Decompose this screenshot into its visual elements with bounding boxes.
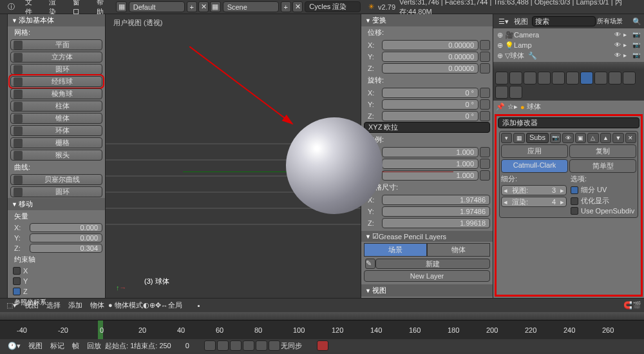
gp-source-tabs[interactable]: 场景物体: [364, 243, 490, 257]
lock-icon[interactable]: [480, 99, 490, 110]
mesh-cube[interactable]: 立方体: [10, 52, 102, 63]
delete-modifier-icon[interactable]: ✕: [625, 133, 636, 143]
timeline[interactable]: -40 -20 0 20 40 60 80 100 120 140 160 18…: [0, 320, 644, 339]
grease-pencil-header[interactable]: ☑ Grease Pencil Layers: [361, 231, 493, 242]
tab-physics-icon[interactable]: [509, 86, 522, 99]
tab-world-icon[interactable]: [538, 72, 551, 84]
shading-icon[interactable]: ◐: [143, 301, 149, 310]
prev-keyframe-icon[interactable]: [217, 340, 229, 351]
add-menu[interactable]: 添加: [64, 300, 86, 310]
show-editmode-icon[interactable]: ▣: [575, 133, 586, 143]
transform-header[interactable]: 变换: [361, 14, 493, 26]
timeline-editor-icon[interactable]: 🕐▾: [4, 342, 24, 350]
loc-x[interactable]: 0.00000: [382, 40, 478, 50]
layout-del-icon[interactable]: ✕: [198, 1, 209, 12]
timeline-marker-menu[interactable]: 标记: [46, 341, 68, 351]
tab-layers-icon[interactable]: [509, 72, 522, 84]
layout-add-icon[interactable]: +: [187, 1, 197, 12]
tab-scene-icon[interactable]: [524, 72, 536, 84]
start-frame-field[interactable]: 起始点: 1: [105, 341, 134, 351]
mesh-circle[interactable]: 圆环: [10, 64, 102, 75]
add-primitive-header[interactable]: 添加基本体: [8, 14, 105, 26]
properties-tabs[interactable]: [493, 70, 644, 101]
add-modifier-select[interactable]: 添加修改器: [498, 117, 639, 128]
timeline-frame-menu[interactable]: 帧: [68, 341, 83, 351]
engine-select[interactable]: Cycles 渲染: [305, 1, 361, 12]
outliner-item-camera[interactable]: ⊕ 🎥 Camera👁▸📷: [497, 30, 640, 40]
editor-type-icon[interactable]: ☰▾: [496, 17, 511, 26]
gp-new-button[interactable]: 新建: [375, 259, 490, 269]
tab-object-icon[interactable]: [552, 72, 565, 84]
mesh-plane[interactable]: 平面: [10, 39, 102, 50]
apply-button[interactable]: 应用: [501, 144, 568, 158]
pivot-icon[interactable]: ⊕: [149, 301, 155, 310]
jump-end-icon[interactable]: [269, 340, 280, 351]
new-layer-button[interactable]: New Layer: [364, 270, 490, 282]
lock-icon[interactable]: [480, 63, 490, 74]
outliner-filter[interactable]: 所有场景: [597, 17, 632, 26]
view-subdiv-field[interactable]: ◂视图:3▸: [501, 185, 567, 195]
tool-tabs[interactable]: [0, 14, 8, 298]
simple-button[interactable]: 简单型: [569, 159, 636, 173]
constraint-z-checkbox[interactable]: [13, 288, 21, 295]
subdiv-uv-checkbox[interactable]: [571, 186, 578, 194]
catmull-clark-button[interactable]: Catmull-Clark: [501, 159, 568, 173]
search-icon[interactable]: 🔍: [632, 17, 641, 26]
sync-select[interactable]: 无同步: [281, 341, 316, 351]
curve-circle[interactable]: 圆环: [10, 186, 102, 197]
3d-viewport[interactable]: 用户视图 (透视) (3) 球体 ↑→: [106, 14, 361, 298]
lock-icon[interactable]: [480, 170, 490, 181]
scene-browse-icon[interactable]: ▦: [210, 1, 220, 12]
mesh-monkey[interactable]: 猴头: [10, 150, 102, 161]
scale-y[interactable]: 1.000: [382, 159, 478, 169]
show-viewport-icon[interactable]: 👁: [562, 133, 573, 143]
lock-icon[interactable]: [480, 88, 490, 98]
mesh-ico-sphere[interactable]: 棱角球: [10, 88, 102, 99]
rot-x[interactable]: 0 °: [382, 88, 478, 98]
tab-material-icon[interactable]: [609, 72, 621, 84]
layout-field[interactable]: Default: [129, 1, 185, 12]
dim-y[interactable]: 1.97486: [382, 206, 490, 217]
mesh-cylinder[interactable]: 柱体: [10, 101, 102, 112]
layer-button[interactable]: ▪: [198, 302, 200, 310]
object-menu[interactable]: 物体: [86, 300, 108, 310]
loc-y[interactable]: 0.00000: [382, 52, 478, 62]
orientation-select[interactable]: 全局: [168, 300, 198, 310]
scene-add-icon[interactable]: +: [281, 1, 291, 12]
mesh-grid[interactable]: 栅格: [10, 137, 102, 148]
pin-icon[interactable]: 📌: [496, 103, 505, 111]
autokey-icon[interactable]: [317, 340, 328, 351]
dim-z[interactable]: 1.99618: [382, 218, 490, 228]
mesh-torus[interactable]: 环体: [10, 125, 102, 136]
lock-icon[interactable]: [480, 111, 490, 121]
lock-icon[interactable]: [480, 52, 490, 62]
view-header[interactable]: 视图: [361, 284, 493, 297]
render-preview-icon[interactable]: 🎬: [632, 301, 641, 310]
current-frame-field[interactable]: 0: [171, 342, 204, 349]
mesh-cone[interactable]: 锥体: [10, 113, 102, 124]
tab-data-icon[interactable]: [594, 72, 607, 84]
play-reverse-icon[interactable]: [230, 340, 242, 351]
copy-button[interactable]: 复制: [569, 144, 636, 158]
outliner-search[interactable]: 搜索: [532, 16, 596, 26]
constraint-x-checkbox[interactable]: [13, 267, 21, 275]
rot-z[interactable]: 0 °: [382, 111, 478, 121]
timeline-playback-menu[interactable]: 回放: [83, 341, 105, 351]
show-cage-icon[interactable]: △: [587, 133, 598, 143]
curve-bezier[interactable]: 贝塞尔曲线: [10, 174, 102, 185]
move-down-icon[interactable]: ▼: [612, 133, 623, 143]
tab-particles-icon[interactable]: [495, 86, 508, 99]
end-frame-field[interactable]: 结束点: 250: [134, 341, 171, 351]
mesh-uv-sphere[interactable]: 经纬球: [10, 76, 102, 87]
gp-slot-icon[interactable]: ✎: [365, 259, 375, 269]
play-icon[interactable]: [243, 340, 254, 351]
outliner-item-sphere[interactable]: ⊕ ▽ 球体🔧👁▸📷: [497, 50, 640, 61]
dim-x[interactable]: 1.97486: [382, 195, 490, 205]
outliner-tree[interactable]: ⊕ 🎥 Camera👁▸📷 ⊕ 💡 Lamp👁▸📷 ⊕ ▽ 球体🔧👁▸📷: [493, 28, 644, 62]
outliner-item-lamp[interactable]: ⊕ 💡 Lamp👁▸📷: [497, 40, 640, 50]
manip-translate-icon[interactable]: ↔: [161, 302, 168, 310]
manipulator-icon[interactable]: ✥: [155, 301, 161, 310]
lock-icon[interactable]: [480, 40, 490, 50]
render-subdiv-field[interactable]: ◂渲染:4▸: [501, 197, 567, 207]
snap-icon[interactable]: 🧲: [623, 301, 632, 310]
